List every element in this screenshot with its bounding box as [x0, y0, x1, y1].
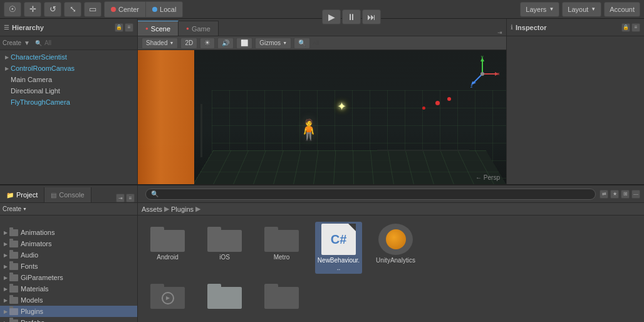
- scene-search-all: All: [313, 40, 319, 46]
- effects-btn[interactable]: ⬜: [236, 38, 252, 49]
- hierarchy-panel: ☰ Hierarchy 🔒 ≡ Create ▼ 🔍 All ▶ Charact…: [0, 19, 138, 184]
- svg-text:x: x: [497, 71, 500, 76]
- center-btn[interactable]: Center: [105, 2, 146, 17]
- project-tab[interactable]: 📁 Project: [0, 187, 44, 202]
- gizmos-arrow: ▼: [283, 41, 287, 45]
- files-row-2: ▶: [144, 279, 638, 311]
- layout-dropdown[interactable]: Layout ▼: [562, 2, 601, 17]
- hierarchy-item-maincamera[interactable]: ▶ Main Camera: [0, 74, 137, 85]
- breadcrumb-sep-1: ▶: [164, 205, 169, 213]
- scene-subtoolbar: Shaded ▼ 2D ☀ 🔊 ⬜ Gizmos ▼ 🔍 All: [138, 36, 506, 50]
- files-row-1: Android iOS: [144, 222, 638, 274]
- scene-viewport[interactable]: 🧍 ✦: [138, 50, 506, 184]
- star-btn[interactable]: ★: [610, 190, 619, 199]
- file-browser-controls: ⇄ ★ ⊞ —: [600, 190, 640, 199]
- folder-thumb-android: [150, 224, 185, 252]
- project-menu-btn[interactable]: ≡: [126, 194, 135, 202]
- folder-item-fonts[interactable]: ▶ Fonts: [0, 261, 137, 272]
- file-item-unityanalytics[interactable]: UnityAnalytics: [372, 222, 419, 266]
- layers-dropdown-arrow: ▼: [549, 6, 554, 12]
- video-folder-thumb: ▶: [150, 281, 185, 309]
- hierarchy-search-all: All: [44, 39, 51, 46]
- hierarchy-item-directionallight[interactable]: ▶ Directional Light: [0, 85, 137, 96]
- inspector-lock-btn[interactable]: 🔒: [621, 23, 630, 32]
- hierarchy-create-btn[interactable]: Create: [3, 39, 21, 46]
- layers-dropdown[interactable]: Layers ▼: [520, 2, 559, 17]
- sync-btn[interactable]: ⇄: [600, 190, 608, 199]
- project-lock-btn[interactable]: ⇥: [116, 194, 125, 202]
- project-create-btn[interactable]: Create ▼: [3, 205, 27, 212]
- folder-arrow: ▶: [4, 252, 8, 258]
- scene-tab-dot: ●: [145, 26, 148, 31]
- game-tab[interactable]: ● Game: [179, 21, 219, 36]
- play-button[interactable]: ▶: [322, 9, 341, 24]
- local-btn[interactable]: Local: [146, 2, 182, 17]
- svg-point-6: [480, 72, 484, 76]
- breadcrumb-assets[interactable]: Assets: [142, 205, 162, 213]
- folder-icon: [9, 241, 18, 247]
- analytics-icon: [378, 224, 413, 255]
- folder-item-giparameters[interactable]: ▶ GiParameters: [0, 272, 137, 283]
- pause-button[interactable]: ⏸: [342, 9, 361, 24]
- folder-item-animations[interactable]: ▶ Animations: [0, 227, 137, 238]
- search-input[interactable]: [145, 189, 596, 200]
- console-icon: ▤: [51, 192, 56, 199]
- scale-tool-btn[interactable]: ⤡: [64, 2, 81, 17]
- step-button[interactable]: ⏭: [362, 9, 381, 24]
- folder-icon: [9, 308, 18, 315]
- console-tab[interactable]: ▤ Console: [44, 187, 91, 202]
- hierarchy-item-flythroughcamera[interactable]: ▶ FlyThroughCamera: [0, 96, 137, 108]
- account-button[interactable]: Account: [604, 2, 640, 17]
- folder-item-animators[interactable]: ▶ Animators: [0, 238, 137, 249]
- svg-line-4: [473, 74, 482, 83]
- file-item-newbehaviour[interactable]: C# NewBehaviour...: [315, 222, 362, 274]
- folder-item-models[interactable]: ▶ Models: [0, 294, 137, 306]
- folder-list: ▶ Animations ▶ Animators ▶ Audio ▶: [0, 216, 137, 322]
- inspector-menu-btn[interactable]: ≡: [631, 23, 640, 32]
- hand-tool-btn[interactable]: ☉: [4, 2, 21, 17]
- top-toolbar: ☉ ✛ ↺ ⤡ ▭ Center Local ▶ ⏸ ⏭ Layers ▼ La…: [0, 0, 644, 19]
- hierarchy-item-characterscientist[interactable]: ▶ CharacterScientist: [0, 51, 137, 63]
- expand-arrow: ▶: [5, 66, 9, 71]
- pillar-left: [200, 104, 202, 158]
- inspector-icon: ℹ: [511, 24, 513, 31]
- file-item-ios[interactable]: iOS: [201, 222, 248, 263]
- file-label-unityanalytics: UnityAnalytics: [376, 257, 415, 264]
- more-btn[interactable]: ⊞: [621, 190, 630, 199]
- hierarchy-lock-btn[interactable]: 🔒: [115, 23, 123, 32]
- hierarchy-toolbar: Create ▼ 🔍 All: [0, 36, 137, 50]
- hierarchy-menu-btn[interactable]: ≡: [125, 23, 133, 32]
- hierarchy-header: ☰ Hierarchy 🔒 ≡: [0, 19, 137, 36]
- file-item-android[interactable]: Android: [144, 222, 191, 263]
- file-browser: ⇄ ★ ⊞ — Assets ▶ Plugins ▶: [138, 185, 644, 322]
- gizmos-dropdown[interactable]: Gizmos ▼: [255, 38, 291, 49]
- audio-btn[interactable]: 🔊: [217, 38, 234, 49]
- rotate-tool-btn[interactable]: ↺: [44, 2, 61, 17]
- file-browser-header: ⇄ ★ ⊞ —: [138, 185, 644, 203]
- folder-list-scroll-spacer: [0, 217, 137, 227]
- file-item-metro[interactable]: Metro: [258, 222, 305, 263]
- file-item-folder-light[interactable]: [201, 279, 248, 311]
- folder-arrow: ▶: [4, 275, 8, 281]
- folder-item-prefabs[interactable]: ▶ Prefabs: [0, 317, 137, 322]
- folder-icon: [9, 319, 18, 323]
- expand-arrow: ▶: [5, 55, 9, 60]
- minus-btn[interactable]: —: [631, 190, 640, 199]
- hierarchy-item-controlroomcanvas[interactable]: ▶ ControlRoomCanvas: [0, 63, 137, 74]
- folder-item-audio[interactable]: ▶ Audio: [0, 249, 137, 261]
- scene-tab[interactable]: ● Scene: [138, 21, 179, 36]
- layout-dropdown-arrow: ▼: [591, 6, 596, 12]
- svg-text:z: z: [470, 84, 473, 88]
- shaded-dropdown[interactable]: Shaded ▼: [142, 38, 178, 49]
- scene-panel-lock[interactable]: ⇥: [494, 29, 506, 36]
- 2d-btn[interactable]: 2D: [180, 38, 197, 49]
- folder-item-materials[interactable]: ▶ Materials: [0, 283, 137, 294]
- breadcrumb-plugins[interactable]: Plugins: [171, 205, 194, 213]
- file-item-video[interactable]: ▶: [144, 279, 191, 311]
- move-tool-btn[interactable]: ✛: [24, 2, 41, 17]
- rect-tool-btn[interactable]: ▭: [84, 2, 101, 17]
- svg-text:y: y: [481, 55, 484, 60]
- folder-item-plugins[interactable]: ▶ Plugins: [0, 306, 137, 317]
- file-item-folder-sm[interactable]: [258, 279, 305, 311]
- sun-btn[interactable]: ☀: [200, 38, 215, 49]
